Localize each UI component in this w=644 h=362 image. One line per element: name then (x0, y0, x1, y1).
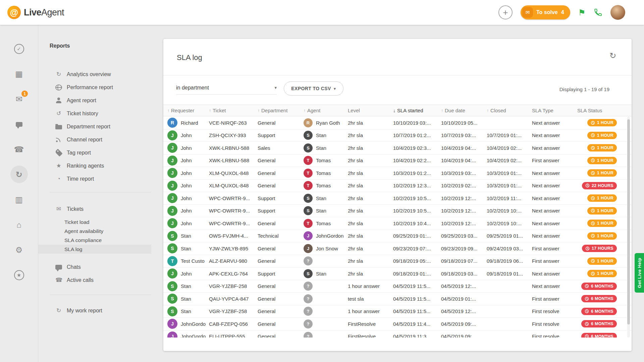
ticket-id: VGR-YJZBF-258 (209, 283, 258, 289)
sidebar-subitem-sla-log[interactable]: SLA log (38, 245, 151, 254)
table-row[interactable]: JJohnXWK-LRBNU-588GeneralTTomas2hr sla10… (163, 155, 632, 167)
requester-avatar: R (167, 118, 177, 128)
sidebar-item-ticket-history[interactable]: Ticket history (38, 107, 151, 120)
column-header-sla-type[interactable]: SLA Type (532, 108, 577, 113)
create-new-button[interactable]: + (498, 5, 513, 19)
sidebar-subitem-agent-availability[interactable]: Agent availability (38, 227, 151, 236)
to-solve-button[interactable]: ✉ To solve 4 (521, 5, 570, 19)
table-row[interactable]: JJohnGordoELI-UTPPP-555General?FirstReso… (163, 330, 632, 338)
refresh-icon[interactable]: ↻ (609, 52, 616, 60)
table-row[interactable]: SStanVGR-YJZBF-258General?1 hour answer0… (163, 305, 632, 318)
logo-word-agent: Agent (41, 7, 64, 17)
column-header-agent[interactable]: ↑Agent (304, 108, 348, 113)
rail-item-bank[interactable] (0, 212, 38, 237)
rail-item-reports[interactable] (0, 162, 38, 187)
sla-started: 10/2/2019 12:3... (393, 183, 441, 188)
requester-name: Test Custo (181, 258, 205, 264)
requester-name: John (181, 132, 192, 138)
rail-item-contacts[interactable] (0, 187, 38, 212)
table-row[interactable]: JJohnXLM-QUXOL-848GeneralTTomas2hr sla10… (163, 167, 632, 180)
due-date: 10/2/2019 12:... (441, 195, 487, 201)
requester-name: John (181, 183, 192, 188)
sidebar-item-analytics-overview[interactable]: Analytics overview (38, 68, 151, 81)
sidebar-item-ranking-agents[interactable]: Ranking agents (38, 159, 151, 172)
table-row[interactable]: JJohnZSH-QCIXY-393SupportSStan2hr sla10/… (163, 129, 632, 142)
table-row[interactable]: SStanVGR-YJZBF-258General?1 hour answer0… (163, 280, 632, 293)
get-live-help-tab[interactable]: Get Live Help (635, 253, 644, 293)
table-row[interactable]: JJohnWPC-OWRTR-9...GeneralTTomas2hr sla1… (163, 217, 632, 230)
contacts-icon (15, 196, 23, 204)
table-row[interactable]: JJohnXLM-QUXOL-848GeneralTTomas2hr sla10… (163, 180, 632, 192)
column-header-sla-status[interactable]: SLA Status (577, 108, 630, 113)
sla-status-cell: 1 HOUR (577, 169, 630, 177)
table-row[interactable]: JJohnAPK-CEXLG-764SupportSStan2hr sla09/… (163, 267, 632, 280)
column-header-due-date[interactable]: ↑Due date (441, 108, 487, 113)
rail-item-dashboard[interactable] (0, 61, 38, 86)
ticket-id: OWS-FVJMH-4... (209, 233, 258, 239)
sidebar-item-active-calls[interactable]: Active calls (38, 274, 151, 287)
rail-item-chat[interactable] (0, 112, 38, 137)
department: General (258, 321, 304, 327)
column-header-ticket[interactable]: ↑Ticket (209, 108, 258, 113)
rail-item-check-circle[interactable] (0, 36, 38, 61)
gear-icon (15, 246, 23, 254)
person-icon (55, 98, 62, 104)
sidebar-item-my-work-report[interactable]: My work report (38, 304, 151, 317)
liveagent-logo-icon: @ (7, 6, 21, 19)
table-row[interactable]: JJohnGordoCAB-FZEPQ-056General?FirstReso… (163, 318, 632, 330)
column-header-department[interactable]: ↑Department (258, 108, 304, 113)
rail-item-star[interactable] (0, 262, 38, 288)
rail-item-gear[interactable] (0, 237, 38, 262)
scrollbar-thumb[interactable] (627, 119, 630, 324)
table-row[interactable]: RRichardVCE-NIRQF-263GeneralRRyan Goth2h… (163, 117, 632, 129)
calls-status-button[interactable] (594, 8, 602, 17)
requester-avatar: J (167, 181, 177, 191)
department-filter-select[interactable]: in department ▾ (176, 81, 277, 95)
table-row[interactable]: TTest CustoALZ-EARVU-980General?2hr sla0… (163, 255, 632, 268)
sidebar-item-label: My work report (67, 308, 102, 314)
table-row[interactable]: JJohnWPC-OWRTR-9...SupportSStan2hr sla10… (163, 192, 632, 205)
sidebar-item-performance-report[interactable]: Performance report (38, 81, 151, 94)
column-header-closed[interactable]: ↑Closed (487, 108, 532, 113)
sidebar-item-time-report[interactable]: Time report (38, 172, 151, 185)
table-row[interactable]: JJohnXWK-LRBNU-588SalesSStan2hr sla10/4/… (163, 142, 632, 155)
table-row[interactable]: SStanOWS-FVJMH-4...TechnicalJJohnGordon2… (163, 230, 632, 243)
export-csv-button[interactable]: EXPORT TO CSV ▾ (284, 81, 343, 96)
sidebar-item-channel-report[interactable]: Channel report (38, 133, 151, 146)
agent-avatar: ? (304, 294, 313, 303)
sla-status-badge: 22 HOURS (582, 182, 617, 189)
table-row[interactable]: SStanQAU-YVPCA-847General?test sla04/5/2… (163, 293, 632, 305)
table-row[interactable]: SStanYJW-ZWLYB-895GeneralJJon Snow2hr sl… (163, 242, 632, 255)
table-row[interactable]: JJohnWPC-OWRTR-9...SupportSStan2hr sla10… (163, 205, 632, 218)
column-header-level[interactable]: Level (348, 108, 393, 113)
requester-avatar: J (167, 331, 177, 338)
sidebar-item-label: Ticket history (67, 111, 98, 117)
rail-item-mail[interactable]: 1 (0, 86, 38, 112)
user-avatar[interactable] (610, 5, 625, 20)
liveagent-logo[interactable]: @ LiveAgent (7, 6, 64, 19)
chevron-down-icon: ▾ (334, 86, 336, 91)
agent-name: Tomas (316, 170, 331, 176)
sidebar-item-chats[interactable]: Chats (38, 260, 151, 274)
sidebar-item-department-report[interactable]: Department report (38, 120, 151, 133)
rail-item-phone[interactable] (0, 137, 38, 162)
sidebar-subitem-ticket-load[interactable]: Ticket load (38, 218, 151, 227)
column-header-sla-started[interactable]: ↓SLA started (393, 108, 441, 113)
sla-started: 09/23/2019 07:... (393, 246, 441, 251)
column-label: Due date (445, 108, 465, 113)
due-date: 10/3/2019 03:... (441, 170, 487, 176)
column-header-requester[interactable]: ↑Requester (167, 108, 209, 113)
sidebar-item-agent-report[interactable]: Agent report (38, 94, 151, 107)
sidebar-item-tag-report[interactable]: Tag report (38, 146, 151, 159)
bank-icon (16, 221, 21, 229)
sidebar-subitem-sla-compliance[interactable]: SLA compliance (38, 236, 151, 245)
sidebar-item-tickets[interactable]: Tickets (38, 202, 151, 216)
requester-avatar: S (167, 281, 177, 291)
top-navigation-bar: @ LiveAgent + ✉ To solve 4 ⚑ (0, 0, 644, 25)
sla-status-cell: 22 HOURS (577, 182, 630, 189)
requester-cell: JJohn (167, 130, 209, 140)
sla-status-cell: 6 MONTHS (577, 295, 630, 302)
chats-status-button[interactable]: ⚑ (578, 8, 586, 17)
table-header: ↑Requester↑Ticket↑Department↑AgentLevel↓… (163, 105, 632, 116)
sla-status-badge: 1 HOUR (587, 257, 617, 265)
